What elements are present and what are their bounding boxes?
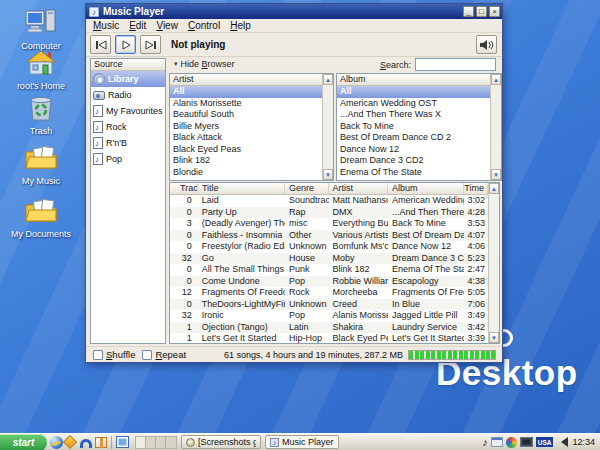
menubar: Music Edit View Control Help <box>86 19 502 33</box>
tray-monitor-icon[interactable] <box>520 437 533 447</box>
source-item[interactable]: Library <box>91 71 165 87</box>
album-list-item[interactable]: American Wedding OST <box>337 98 490 110</box>
scroll-up-icon[interactable]: ▲ <box>323 74 333 85</box>
cell-genre: Pop <box>285 310 329 322</box>
cell-track: 32 <box>170 310 198 322</box>
album-list-item[interactable]: ...And Then There Was X <box>337 109 490 121</box>
repeat-checkbox[interactable] <box>142 350 152 360</box>
mail-icon[interactable] <box>63 435 77 449</box>
desktop-icon-my-documents[interactable]: My Documents <box>8 199 74 239</box>
album-column-header[interactable]: Album <box>337 74 490 86</box>
desktop-icon-computer[interactable]: Computer <box>8 8 74 51</box>
track-row[interactable]: 0 Party Up Rap DMX ...And Then There Was… <box>170 207 488 219</box>
file-manager-icon[interactable] <box>95 437 107 448</box>
column-header-album[interactable]: Album <box>388 183 464 194</box>
album-list-item[interactable]: Back To Mine <box>337 121 490 133</box>
keyboard-layout-indicator[interactable]: USA <box>536 437 554 447</box>
shuffle-checkbox[interactable] <box>93 350 103 360</box>
volume-button[interactable] <box>476 35 497 54</box>
track-row[interactable]: 0 Faithless - Insomnia Other Various Art… <box>170 230 488 242</box>
show-desktop-icon[interactable] <box>116 436 129 448</box>
shuffle-label[interactable]: Shuffle <box>106 349 135 360</box>
column-header-track[interactable]: Track <box>170 183 198 194</box>
source-item[interactable]: R'n'B <box>91 135 165 151</box>
scroll-down-icon[interactable]: ▼ <box>489 332 499 343</box>
artist-list-item[interactable]: All <box>170 86 322 98</box>
menu-item[interactable]: Help <box>225 20 256 31</box>
menu-item[interactable]: Music <box>88 20 124 31</box>
close-button[interactable]: × <box>489 6 500 17</box>
artist-list-item[interactable]: Blondie <box>170 167 322 179</box>
maximize-button[interactable]: □ <box>476 6 487 17</box>
scroll-down-icon[interactable]: ▼ <box>323 169 333 180</box>
track-row[interactable]: 1 Ojection (Tango) Latin Shakira Laundry… <box>170 322 488 334</box>
column-header-genre[interactable]: Genre <box>285 183 329 194</box>
search-input[interactable] <box>415 58 496 71</box>
album-list-item[interactable]: Dance Now 12 <box>337 144 490 156</box>
cell-track: 3 <box>170 218 198 230</box>
menu-item[interactable]: Control <box>183 20 225 31</box>
album-scrollbar[interactable]: ▲ ▼ <box>490 74 501 180</box>
artist-column-header[interactable]: Artist <box>170 74 322 86</box>
titlebar[interactable]: ♪ Music Player _ □ × <box>86 4 502 19</box>
album-list-item[interactable]: All <box>337 86 490 98</box>
desktop-icon-my-music[interactable]: My Music <box>8 146 74 186</box>
source-item[interactable]: My Favourites <box>91 103 165 119</box>
menu-item[interactable]: View <box>151 20 183 31</box>
source-item[interactable]: Rock <box>91 119 165 135</box>
task-button-screenshots[interactable]: [Screenshots gal <box>181 435 261 449</box>
artist-list-item[interactable]: Blink 182 <box>170 155 322 167</box>
desktop-icon-trash[interactable]: Trash <box>8 95 74 136</box>
desktop-icon-roots-home[interactable]: root's Home <box>8 50 74 91</box>
album-list-item[interactable]: Best Of Dream Dance CD 2 <box>337 132 490 144</box>
tray-volume-icon[interactable] <box>556 437 568 447</box>
column-header-time[interactable]: Time <box>464 183 488 194</box>
repeat-label[interactable]: Repeat <box>155 349 186 360</box>
track-row[interactable]: 0 Come Undone Pop Robbie Williams Escapo… <box>170 276 488 288</box>
artist-list-item[interactable]: Alanis Morissette <box>170 98 322 110</box>
pager-desktop-1[interactable] <box>136 437 146 448</box>
pager-desktop-4[interactable] <box>166 437 176 448</box>
artist-list-item[interactable]: Black Attack <box>170 132 322 144</box>
column-header-title[interactable]: Title <box>198 183 285 194</box>
album-list-item[interactable]: Dream Dance 3 CD2 <box>337 155 490 167</box>
start-button[interactable]: start <box>0 434 47 450</box>
album-list-item[interactable]: Enema Of The State <box>337 167 490 179</box>
taskbar-clock[interactable]: 12:34 <box>572 437 595 447</box>
track-row[interactable]: 0 Laid Soundtrack Matt Nathanson America… <box>170 195 488 207</box>
track-row[interactable]: 3 (Deadly Avenger) The Bayou misc Everyt… <box>170 218 488 230</box>
scroll-down-icon[interactable]: ▼ <box>491 169 501 180</box>
minimize-button[interactable]: _ <box>463 6 474 17</box>
artist-list-item[interactable]: Beautiful South <box>170 109 322 121</box>
hide-browser-button[interactable]: ▾ Hide Browser <box>174 59 235 69</box>
pager-desktop-3[interactable] <box>156 437 166 448</box>
pager-desktop-2[interactable] <box>146 437 156 448</box>
column-header-artist[interactable]: Artist <box>329 183 388 194</box>
tray-pinwheel-icon[interactable] <box>506 437 517 448</box>
track-row[interactable]: 0 TheDoors-LightMyFire Unknown Creed In … <box>170 299 488 311</box>
track-row[interactable]: 32 Go House Moby Dream Dance 3 CD2 5:23 <box>170 253 488 265</box>
track-row[interactable]: 0 All The Small Things Punk Blink 182 En… <box>170 264 488 276</box>
web-browser-icon[interactable] <box>50 436 63 449</box>
artist-list-item[interactable]: Billie Myers <box>170 121 322 133</box>
scroll-up-icon[interactable]: ▲ <box>489 183 499 194</box>
track-row[interactable]: 0 Freestylor (Radio Edit) Unknown Bomfun… <box>170 241 488 253</box>
tray-window-icon[interactable] <box>491 437 503 447</box>
source-item[interactable]: Radio <box>91 87 165 103</box>
previous-track-button[interactable] <box>90 35 111 54</box>
desktop-pager[interactable] <box>135 436 177 449</box>
next-track-button[interactable] <box>140 35 161 54</box>
headphones-icon[interactable] <box>80 439 92 448</box>
play-button[interactable] <box>115 35 136 54</box>
track-row[interactable]: 1 Let's Get It Started Hip-Hop Black Eye… <box>170 333 488 343</box>
source-item[interactable]: Pop <box>91 151 165 167</box>
track-table-scrollbar[interactable]: ▲ ▼ <box>488 183 499 343</box>
menu-item[interactable]: Edit <box>124 20 151 31</box>
artist-list-item[interactable]: Black Eyed Peas <box>170 144 322 156</box>
tray-music-note-icon[interactable]: ♪ <box>482 436 488 449</box>
artist-scrollbar[interactable]: ▲ ▼ <box>322 74 333 180</box>
scroll-up-icon[interactable]: ▲ <box>491 74 501 85</box>
track-row[interactable]: 32 Ironic Pop Alanis Morissette Jagged L… <box>170 310 488 322</box>
track-row[interactable]: 12 Fragments Of Freedom Rock Morcheeba F… <box>170 287 488 299</box>
task-button-music-player[interactable]: ♪ Music Player <box>265 435 339 449</box>
